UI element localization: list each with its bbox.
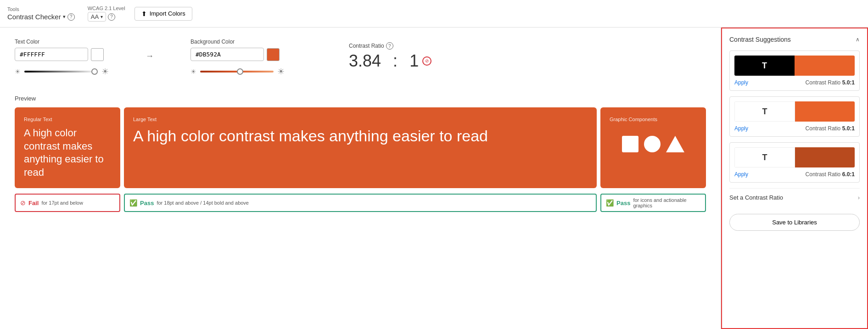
pass-label2: Pass bbox=[616, 200, 630, 206]
preview-card-large-text: A high color contrast makes anything eas… bbox=[133, 127, 588, 145]
suggestions-title: Contrast Suggestions bbox=[729, 36, 791, 43]
bg-color-slider[interactable] bbox=[200, 71, 274, 72]
preview-card-regular-text: A high color contrast makes anything eas… bbox=[24, 127, 111, 179]
contrast-ratio-value: 3.84 : 1 ⊘ bbox=[349, 51, 431, 71]
pass-label1: Pass bbox=[140, 200, 154, 206]
apply-button-1[interactable]: Apply bbox=[734, 79, 748, 86]
preview-section: Preview Regular Text A high color contra… bbox=[15, 95, 706, 212]
suggestion-contrast-2: Contrast Ratio 5.0:1 bbox=[806, 125, 855, 132]
bg-color-swatch[interactable] bbox=[267, 48, 280, 61]
bg-color-label: Background Color bbox=[190, 39, 285, 45]
chevron-down-icon: ▾ bbox=[63, 14, 66, 20]
set-contrast-chevron-icon: › bbox=[858, 194, 860, 201]
bg-color-input-row bbox=[190, 48, 285, 61]
preview-card-large: Large Text A high color contrast makes a… bbox=[124, 107, 597, 188]
suggestion-item-3: T Apply Contrast Ratio 6.0:1 bbox=[729, 142, 860, 183]
status-badge-fail: ⊘ Fail for 17pt and below bbox=[15, 194, 120, 212]
tools-label: Tools bbox=[7, 6, 75, 12]
preview-card-regular: Regular Text A high color contrast makes… bbox=[15, 107, 120, 188]
preview-cards: Regular Text A high color contrast makes… bbox=[15, 107, 706, 188]
fail-circle-icon: ⊘ bbox=[20, 199, 26, 206]
fail-desc: for 17pt and below bbox=[41, 200, 83, 206]
suggestion-contrast-1: Contrast Ratio 5.0:1 bbox=[806, 79, 855, 86]
apply-button-3[interactable]: Apply bbox=[734, 171, 748, 178]
suggestion-left-1: T bbox=[734, 56, 795, 76]
wcag-label: WCAG 2.1 Level bbox=[88, 6, 125, 11]
apply-button-2[interactable]: Apply bbox=[734, 125, 748, 132]
swap-arrow-icon: → bbox=[146, 51, 154, 61]
suggestion-right-2 bbox=[795, 101, 855, 122]
preview-card-large-label: Large Text bbox=[133, 117, 588, 122]
text-color-input-row bbox=[15, 48, 109, 61]
suggestion-item-2: T Apply Contrast Ratio 5.0:1 bbox=[729, 96, 860, 137]
suggestions-header: Contrast Suggestions ∧ bbox=[729, 36, 860, 43]
help-icon[interactable]: ? bbox=[67, 13, 75, 21]
text-color-input[interactable] bbox=[15, 48, 88, 61]
suggestion-contrast-3: Contrast Ratio 6.0:1 bbox=[806, 171, 855, 178]
status-badge-pass2: ✅ Pass for icons and actionable graphics bbox=[600, 194, 706, 212]
sun-small-icon: ☀ bbox=[15, 68, 21, 75]
circle-shape bbox=[644, 136, 661, 152]
contrast-fail-icon: ⊘ bbox=[422, 56, 431, 66]
contrast-checker-button[interactable]: Contrast Checker ▾ bbox=[7, 13, 66, 21]
set-contrast-label: Set a Contrast Ratio bbox=[729, 194, 783, 201]
suggestion-item-1: T Apply Contrast Ratio 5.0:1 bbox=[729, 50, 860, 91]
pass-desc1: for 18pt and above / 14pt bold and above bbox=[157, 200, 249, 206]
text-color-slider-row: ☀ ☀ bbox=[15, 67, 109, 77]
bg-sun-small-icon: ☀ bbox=[190, 68, 196, 75]
bg-sun-large-icon: ☀ bbox=[277, 67, 285, 77]
import-colors-button[interactable]: ⬆ Import Colors bbox=[134, 7, 192, 21]
left-panel: Text Color ☀ ☀ → Background Color bbox=[0, 28, 721, 329]
preview-card-regular-label: Regular Text bbox=[24, 117, 111, 122]
suggestion-right-1 bbox=[795, 56, 855, 76]
contrast-ratio-label: Contrast Ratio ? bbox=[349, 42, 431, 50]
right-panel: Contrast Suggestions ∧ T Apply Contrast … bbox=[721, 28, 868, 329]
suggestion-meta-3: Apply Contrast Ratio 6.0:1 bbox=[734, 171, 855, 178]
text-color-swatch[interactable] bbox=[91, 48, 104, 61]
import-icon: ⬆ bbox=[141, 10, 147, 17]
wcag-select[interactable]: AA ▾ bbox=[88, 12, 106, 22]
preview-label: Preview bbox=[15, 95, 706, 102]
wcag-section: WCAG 2.1 Level AA ▾ ? bbox=[88, 6, 125, 22]
pass-check-icon2: ✅ bbox=[606, 199, 614, 206]
wcag-help-icon[interactable]: ? bbox=[108, 13, 115, 21]
set-contrast-row[interactable]: Set a Contrast Ratio › bbox=[729, 188, 860, 206]
top-bar: Tools Contrast Checker ▾ ? WCAG 2.1 Leve… bbox=[0, 0, 868, 28]
text-color-slider[interactable] bbox=[24, 71, 98, 72]
triangle-shape bbox=[666, 136, 684, 152]
bg-color-section: Background Color ☀ ☀ bbox=[190, 39, 285, 77]
bg-color-slider-row: ☀ ☀ bbox=[190, 67, 285, 77]
status-badges: ⊘ Fail for 17pt and below ✅ Pass for 18p… bbox=[15, 194, 706, 212]
status-badge-pass1: ✅ Pass for 18pt and above / 14pt bold an… bbox=[124, 194, 597, 212]
pass-desc2: for icons and actionable graphics bbox=[633, 197, 700, 208]
square-shape bbox=[622, 136, 638, 152]
bg-color-input[interactable] bbox=[190, 48, 264, 61]
bg-color-group: Background Color bbox=[190, 39, 285, 61]
contrast-help-icon[interactable]: ? bbox=[386, 42, 393, 50]
suggestion-meta-1: Apply Contrast Ratio 5.0:1 bbox=[734, 79, 855, 86]
suggestion-preview-1: T bbox=[734, 56, 855, 76]
suggestion-preview-3: T bbox=[734, 147, 855, 167]
suggestion-meta-2: Apply Contrast Ratio 5.0:1 bbox=[734, 125, 855, 132]
suggestion-left-2: T bbox=[734, 101, 795, 122]
suggestions-chevron-icon[interactable]: ∧ bbox=[856, 36, 860, 43]
fail-label: Fail bbox=[28, 200, 39, 206]
save-libraries-button[interactable]: Save to Libraries bbox=[729, 214, 860, 231]
preview-graphic-shapes bbox=[610, 136, 697, 152]
chevron-down-icon: ▾ bbox=[101, 14, 103, 19]
suggestion-preview-2: T bbox=[734, 101, 855, 122]
save-section: Save to Libraries bbox=[729, 206, 860, 231]
preview-card-graphic: Graphic Components bbox=[600, 107, 706, 188]
text-color-label: Text Color bbox=[15, 39, 109, 45]
suggestion-left-3: T bbox=[734, 147, 795, 167]
text-color-section: Text Color ☀ ☀ bbox=[15, 39, 109, 77]
pass-check-icon1: ✅ bbox=[129, 199, 137, 206]
contrast-ratio-section: Contrast Ratio ? 3.84 : 1 ⊘ bbox=[349, 42, 431, 71]
sun-large-icon: ☀ bbox=[101, 67, 109, 77]
preview-card-graphic-label: Graphic Components bbox=[610, 117, 697, 122]
top-row: Text Color ☀ ☀ → Background Color bbox=[15, 39, 706, 77]
main-layout: Text Color ☀ ☀ → Background Color bbox=[0, 28, 868, 329]
suggestion-right-3 bbox=[795, 147, 855, 167]
text-color-group: Text Color bbox=[15, 39, 109, 61]
